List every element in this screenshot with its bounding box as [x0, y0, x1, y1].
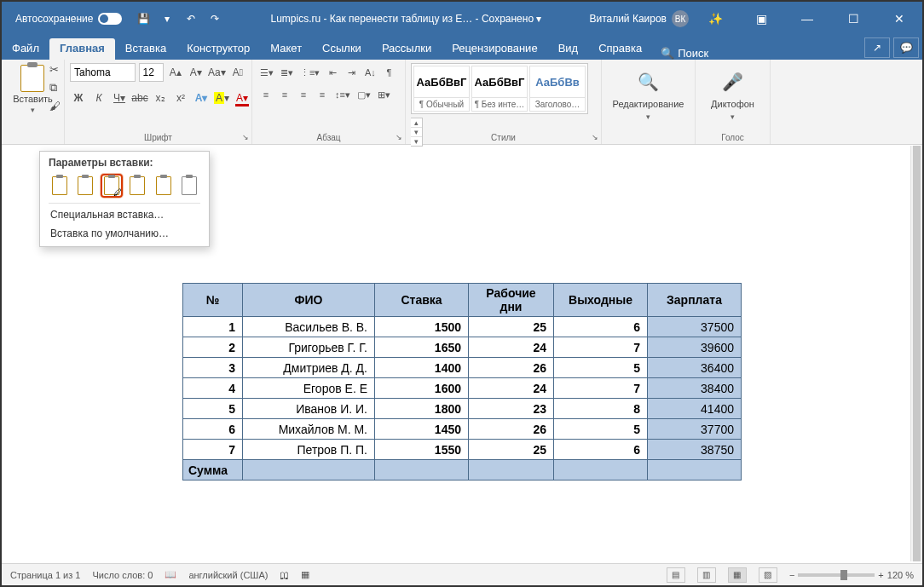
accessibility-icon[interactable]: 🕮 [280, 570, 289, 580]
justify-icon[interactable]: ≡ [314, 85, 331, 104]
paste-special-menuitem[interactable]: Специальная вставка… [49, 205, 200, 224]
change-case-icon[interactable]: Aa▾ [208, 63, 226, 82]
web-layout-icon[interactable]: ▧ [759, 567, 777, 583]
paste-picture[interactable] [152, 174, 174, 198]
dictate-button[interactable]: Диктофон [711, 99, 754, 109]
tab-design[interactable]: Конструктор [176, 38, 260, 60]
line-spacing-icon[interactable]: ↕≡▾ [332, 85, 353, 104]
format-painter-icon[interactable]: 🖌 [49, 100, 61, 112]
bullets-icon[interactable]: ☰▾ [257, 63, 276, 82]
style-no-spacing[interactable]: АаБбВвГ ¶ Без инте… [471, 66, 528, 112]
cut-icon[interactable]: ✂ [49, 63, 61, 76]
tab-references[interactable]: Ссылки [312, 38, 372, 60]
autosave-toggle[interactable]: Автосохранение [5, 13, 122, 25]
zoom-out-icon[interactable]: − [789, 570, 794, 580]
font-dialog-launcher[interactable]: ↘ [242, 133, 249, 141]
clear-format-icon[interactable]: A⃠ [229, 63, 246, 82]
paste-use-destination-styles[interactable] [74, 174, 96, 198]
editing-label[interactable]: Редактирование [613, 99, 684, 109]
styles-dialog-launcher[interactable]: ↘ [592, 133, 598, 141]
font-name-combo[interactable]: Tahoma [70, 63, 136, 82]
text-effects-icon[interactable]: A▾ [193, 89, 210, 107]
tab-view[interactable]: Вид [548, 38, 589, 60]
numbering-icon[interactable]: ≣▾ [278, 63, 296, 82]
tab-file[interactable]: Файл [2, 38, 49, 60]
italic-button[interactable]: К [90, 89, 107, 107]
header-off: Выходные [554, 284, 648, 317]
minimize-button[interactable]: — [788, 2, 827, 36]
style-heading1[interactable]: АаБбВв Заголово… [529, 66, 586, 112]
align-right-icon[interactable]: ≡ [295, 85, 312, 104]
font-color-icon[interactable]: A▾ [234, 89, 251, 107]
tab-insert[interactable]: Вставка [115, 38, 176, 60]
simplify-ribbon-icon[interactable]: ✨ [696, 2, 735, 36]
align-left-icon[interactable]: ≡ [257, 85, 274, 104]
tab-help[interactable]: Справка [588, 38, 652, 60]
paste-link-destination-styles[interactable] [126, 174, 148, 198]
gallery-up-icon[interactable]: ▴ [411, 118, 422, 128]
redo-icon[interactable]: ↷ [207, 11, 222, 26]
data-table[interactable]: № ФИО Ставка Рабочие дни Выходные Зарпла… [182, 283, 742, 481]
comments-button[interactable]: 💬 [893, 37, 919, 58]
increase-indent-icon[interactable]: ⇥ [343, 63, 360, 82]
read-mode-icon[interactable]: ▥ [697, 567, 716, 583]
microphone-icon[interactable]: 🎤 [722, 72, 743, 92]
shading-icon[interactable]: ▢▾ [355, 85, 373, 104]
ribbon-options-icon[interactable]: ▣ [742, 2, 781, 36]
font-size-combo[interactable]: 12 [139, 63, 164, 82]
maximize-button[interactable]: ☐ [834, 2, 873, 36]
show-marks-icon[interactable]: ¶ [380, 63, 397, 82]
save-icon[interactable]: 💾 [136, 11, 151, 26]
sort-icon[interactable]: A↓ [361, 63, 378, 82]
focus-mode-icon[interactable]: ▤ [667, 567, 685, 583]
underline-button[interactable]: Ч▾ [111, 89, 128, 107]
zoom-value[interactable]: 120 % [887, 570, 914, 580]
style-gallery[interactable]: АаБбВвГ ¶ Обычный АаБбВвГ ¶ Без инте… Аа… [411, 63, 588, 114]
shrink-font-icon[interactable]: A▾ [188, 63, 205, 82]
find-icon[interactable]: 🔍 [638, 72, 659, 92]
paragraph-dialog-launcher[interactable]: ↘ [396, 133, 402, 141]
paste-text-only[interactable] [178, 174, 200, 198]
undo-icon[interactable]: ↶ [183, 11, 199, 26]
macro-icon[interactable]: ▦ [301, 569, 309, 580]
page-indicator[interactable]: Страница 1 из 1 [10, 570, 80, 580]
group-clipboard: Вставить ▾ ✂ ⧉ 🖌 [2, 60, 65, 144]
spellcheck-icon[interactable]: 📖 [165, 569, 176, 580]
close-button[interactable]: ✕ [880, 2, 919, 36]
paste-button[interactable]: Вставить ▾ [11, 63, 55, 116]
bold-button[interactable]: Ж [70, 89, 87, 107]
search-box[interactable]: 🔍 Поиск [652, 47, 717, 60]
paste-link-keep-formatting[interactable] [101, 174, 123, 198]
share-button[interactable]: ↗ [864, 37, 890, 58]
table-row: 3Дмитриев Д. Д.140026536400 [183, 358, 742, 378]
language-indicator[interactable]: английский (США) [188, 570, 268, 580]
cell-name: Петров П. П. [243, 440, 375, 460]
tab-layout[interactable]: Макет [260, 38, 312, 60]
copy-icon[interactable]: ⧉ [49, 81, 61, 95]
tab-review[interactable]: Рецензирование [442, 38, 547, 60]
decrease-indent-icon[interactable]: ⇤ [324, 63, 341, 82]
zoom-in-icon[interactable]: + [878, 570, 883, 580]
strikethrough-button[interactable]: abc [131, 89, 148, 107]
style-normal[interactable]: АаБбВвГ ¶ Обычный [413, 66, 470, 112]
paste-keep-source-formatting[interactable] [49, 174, 71, 198]
user-account[interactable]: Виталий Каиров ВК [589, 10, 689, 27]
zoom-slider[interactable] [798, 573, 875, 577]
vertical-scrollbar[interactable] [910, 146, 922, 561]
superscript-button[interactable]: x² [172, 89, 189, 107]
subscript-button[interactable]: x₂ [152, 89, 169, 107]
borders-icon[interactable]: ⊞▾ [375, 85, 393, 104]
grow-font-icon[interactable]: A▴ [167, 63, 184, 82]
document-title[interactable]: Lumpics.ru - Как перенести таблицу из Е…… [229, 13, 582, 25]
print-layout-icon[interactable]: ▦ [728, 567, 747, 583]
tab-home[interactable]: Главная [49, 38, 115, 60]
tab-mailings[interactable]: Рассылки [372, 38, 442, 60]
multilevel-icon[interactable]: ⋮≡▾ [297, 63, 322, 82]
zoom-control[interactable]: − + 120 % [789, 570, 914, 580]
paste-default-menuitem[interactable]: Вставка по умолчанию… [49, 224, 200, 243]
highlight-icon[interactable]: A▾ [213, 89, 230, 107]
align-center-icon[interactable]: ≡ [276, 85, 293, 104]
word-count[interactable]: Число слов: 0 [92, 570, 153, 580]
cell-off: 6 [554, 440, 648, 460]
cell-salary: 37700 [648, 419, 742, 440]
